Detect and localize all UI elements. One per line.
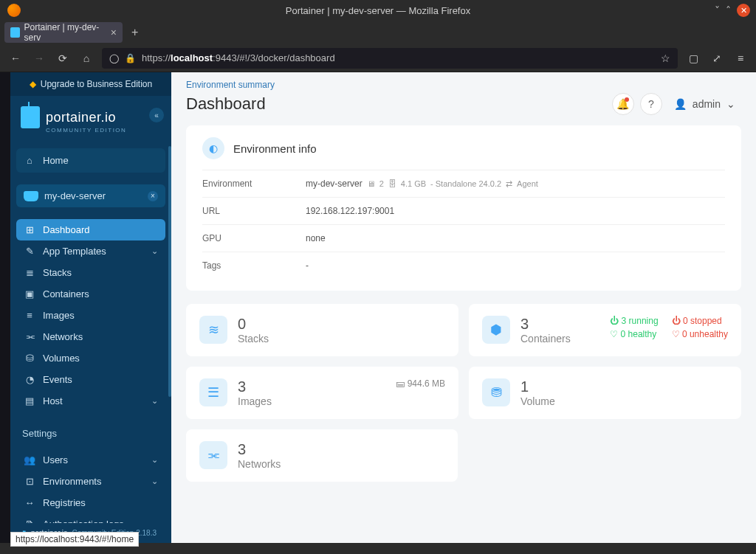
logs-icon: 🗎: [24, 519, 35, 523]
environments-icon: ⊡: [24, 476, 35, 487]
settings-header: Settings: [10, 416, 171, 445]
tile-label: Images: [238, 395, 272, 407]
cpu-count: 2: [379, 179, 384, 188]
browser-tabbar: Portainer | my-dev-serv × +: [0, 21, 756, 44]
tile-networks[interactable]: ⫘ 3 Networks: [186, 429, 458, 482]
networks-icon: ⫘: [24, 331, 35, 342]
lock-icon: 🔒: [125, 53, 136, 63]
forward-button[interactable]: →: [31, 52, 47, 64]
product-name: portainer.io: [46, 110, 116, 125]
browser-toolbar: ← → ⟳ ⌂ ◯ 🔒 https://localhost:9443/#!/3/…: [0, 44, 756, 72]
box-icon: ⬢: [482, 316, 510, 344]
tags-label: Tags: [202, 260, 306, 271]
ram-icon: 🗄: [388, 179, 396, 188]
bookmark-star-icon[interactable]: ☆: [661, 52, 670, 64]
chevron-down-icon: ⌄: [151, 519, 158, 523]
card-title: Environment info: [233, 142, 317, 155]
upgrade-banner[interactable]: ◆ Upgrade to Business Edition: [10, 72, 171, 96]
reload-button[interactable]: ⟳: [55, 52, 71, 64]
tile-label: Volume: [520, 395, 555, 407]
running-count: 3 running: [622, 316, 659, 326]
registries-icon: ↔: [24, 497, 35, 508]
back-button[interactable]: ←: [7, 52, 24, 64]
env-label: Environment: [202, 179, 306, 189]
sidebar-item-label: Volumes: [43, 353, 80, 364]
sidebar-item-environments[interactable]: ⊡ Environments ⌄: [16, 471, 165, 492]
sidebar-item-events[interactable]: ◔ Events: [16, 369, 165, 390]
expand-icon[interactable]: ⤢: [709, 52, 725, 64]
portainer-logo-icon: [21, 106, 40, 128]
sidebar-item-stacks[interactable]: ≣ Stacks: [16, 262, 165, 283]
sidebar-item-label: Registries: [43, 497, 86, 508]
tile-stacks[interactable]: ≋ 0 Stacks: [186, 304, 458, 356]
cpu-icon: 🖥: [367, 179, 375, 188]
tab-title: Portainer | my-dev-serv: [24, 22, 106, 43]
sidebar-item-label: Networks: [43, 331, 83, 342]
window-close-button[interactable]: ✕: [737, 4, 750, 17]
tile-label: Networks: [238, 458, 281, 470]
shield-icon: ◯: [109, 53, 119, 63]
sidebar-item-auth-logs[interactable]: 🗎 Authentication logs ⌄: [16, 513, 165, 523]
sidebar-environment-pill[interactable]: my-dev-server ×: [16, 184, 165, 207]
chevron-down-icon: ⌄: [151, 477, 158, 486]
agent-icon: ⇄: [506, 179, 512, 189]
notifications-button[interactable]: 🔔: [612, 93, 634, 115]
sidebar-item-containers[interactable]: ▣ Containers: [16, 283, 165, 305]
sidebar-item-label: Stacks: [43, 267, 72, 278]
brand-block: portainer.io COMMUNITY EDITION «: [10, 96, 171, 144]
user-icon: 👤: [674, 98, 687, 110]
tile-volume[interactable]: ⛃ 1 Volume: [469, 367, 741, 419]
sidebar-collapse-button[interactable]: «: [149, 108, 164, 122]
tile-count: 3: [238, 441, 281, 458]
tile-count: 0: [238, 316, 269, 333]
menu-icon[interactable]: ≡: [732, 52, 749, 64]
window-min-icon[interactable]: ˅: [715, 4, 720, 16]
help-button[interactable]: ?: [640, 93, 662, 115]
window-max-icon[interactable]: ˄: [726, 4, 731, 16]
power-off-icon: ⏻: [672, 316, 681, 326]
gem-icon: ◆: [30, 79, 36, 89]
sidebar-item-label: Users: [43, 454, 68, 465]
window-title: Portainer | my-dev-server — Mozilla Fire…: [286, 5, 470, 16]
firefox-logo-icon: [7, 4, 21, 17]
chevron-down-icon: ⌄: [726, 98, 735, 110]
url-value: 192.168.122.197:9001: [306, 206, 394, 216]
gpu-label: GPU: [202, 233, 306, 243]
env-close-button[interactable]: ×: [148, 191, 158, 201]
new-tab-button[interactable]: +: [127, 26, 142, 39]
sidebar-item-label: Containers: [43, 288, 89, 299]
tile-count: 1: [520, 378, 555, 395]
database-icon: ⛃: [482, 378, 510, 406]
home-button[interactable]: ⌂: [78, 52, 94, 64]
sidebar-item-images[interactable]: ≡ Images: [16, 305, 165, 326]
breadcrumb[interactable]: Environment summary: [171, 72, 756, 90]
url-label: URL: [202, 206, 306, 216]
agent-value: Agent: [517, 179, 538, 188]
dashboard-icon: ⊞: [24, 224, 35, 235]
unhealthy-count: 0 unhealthy: [682, 329, 728, 339]
sidebar-item-registries[interactable]: ↔ Registries: [16, 492, 165, 513]
sidebar-item-networks[interactable]: ⫘ Networks: [16, 326, 165, 347]
sidebar-item-dashboard[interactable]: ⊞ Dashboard: [16, 219, 165, 240]
user-menu[interactable]: 👤 admin ⌄: [668, 95, 741, 113]
notification-dot-icon: [625, 97, 629, 102]
tile-images[interactable]: ☰ 3 Images 🖴 944.6 MB: [186, 367, 458, 419]
sidebar-item-users[interactable]: 👥 Users ⌄: [16, 449, 165, 471]
sidebar-item-host[interactable]: ▤ Host ⌄: [16, 390, 165, 412]
tab-close-button[interactable]: ×: [111, 27, 117, 38]
address-bar[interactable]: ◯ 🔒 https://localhost:9443/#!/3/docker/d…: [102, 48, 678, 69]
sidebar-item-home[interactable]: ⌂ Home: [16, 148, 165, 173]
power-icon: ⏻: [610, 316, 619, 326]
events-icon: ◔: [24, 374, 35, 385]
pocket-icon[interactable]: ▢: [685, 52, 701, 64]
chevron-down-icon: ⌄: [151, 396, 158, 406]
healthy-count: 0 healthy: [621, 329, 657, 339]
layers-icon: ≋: [199, 316, 227, 344]
sidebar-item-label: Images: [43, 310, 75, 321]
tile-label: Containers: [520, 333, 571, 344]
sidebar-item-app-templates[interactable]: ✎ App Templates ⌄: [16, 240, 165, 262]
link-hover-status: https://localhost:9443/#!/home: [10, 532, 139, 547]
browser-tab[interactable]: Portainer | my-dev-serv ×: [4, 22, 123, 43]
sidebar-item-volumes[interactable]: ⛁ Volumes: [16, 347, 165, 369]
tile-containers[interactable]: ⬢ 3 Containers ⏻ 3 running ⏻ 0 stopped ♡…: [469, 304, 741, 356]
